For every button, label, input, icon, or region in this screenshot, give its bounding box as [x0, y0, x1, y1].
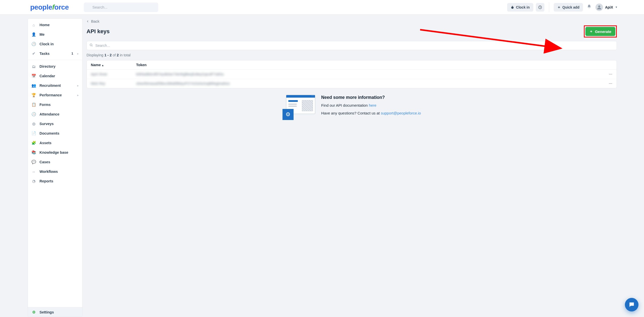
svg-point-2	[511, 6, 513, 9]
chart-icon: ◔	[31, 179, 36, 183]
doc-link[interactable]: here	[369, 103, 376, 107]
sidebar-item-forms[interactable]: 📋Forms	[28, 100, 82, 109]
result-count: Displaying 1 - 2 of 2 in total	[87, 53, 617, 57]
id-icon: 🗂	[31, 64, 36, 69]
key-name: ApiX three	[91, 72, 107, 76]
chevron-right-icon: ▸	[77, 84, 79, 87]
page-title: API keys	[87, 28, 110, 35]
book-icon: 📚	[31, 150, 36, 155]
sidebar-item-tasks[interactable]: ✔Tasks1▸	[28, 49, 82, 58]
top-search-input[interactable]	[84, 3, 158, 12]
user-name: ApiX	[605, 5, 613, 9]
chevron-right-icon: ▸	[77, 52, 79, 55]
sidebar-item-calendar[interactable]: 📅Calendar	[28, 71, 82, 81]
chat-fab[interactable]	[625, 298, 638, 311]
sidebar-item-me[interactable]: 👤Me	[28, 30, 82, 39]
chevron-left-icon	[87, 20, 89, 23]
person-icon: 👤	[31, 32, 36, 37]
page-search-wrap	[87, 41, 617, 50]
clockin-button[interactable]: Clock in	[507, 3, 533, 12]
sidebar-item-label: Attendance	[39, 112, 79, 116]
sidebar-item-documents[interactable]: 📄Documents	[28, 129, 82, 138]
row-actions-button[interactable]: ⋯	[601, 70, 617, 79]
svg-rect-3	[512, 6, 513, 6]
row-actions-button[interactable]: ⋯	[601, 79, 617, 88]
sort-asc-icon: ▲	[102, 64, 104, 67]
generate-label: Generate	[595, 29, 611, 34]
logo-part2: f	[52, 3, 54, 11]
sidebar-item-label: Cases	[39, 160, 79, 164]
assets-icon: 🧩	[31, 141, 36, 145]
sidebar-item-knowledge-base[interactable]: 📚Knowledge base	[28, 148, 82, 157]
search-icon	[90, 44, 93, 48]
gear-icon: ⚙	[283, 109, 294, 120]
topbar: peopleforce Clock in Quick add ApiX ▼	[0, 0, 644, 15]
sidebar: ⌂Home👤Me🕒Clock in✔Tasks1▸ 🗂Directory📅Cal…	[28, 18, 83, 317]
table-row: Mick Reys0wof3miasa0f3bsv30kd0f84yzP2Y41…	[87, 79, 617, 88]
caret-down-icon: ▼	[615, 6, 618, 9]
page-search-input[interactable]	[87, 41, 617, 50]
sidebar-item-label: Me	[39, 32, 79, 36]
sidebar-item-label: Assets	[39, 141, 79, 145]
sidebar-item-recruitment[interactable]: 👥Recruitment▸	[28, 81, 82, 90]
info-line2-prefix: Have any questions? Contact us at	[321, 111, 381, 115]
main-content: Back API keys Generate Displaying 1 - 2 …	[83, 15, 644, 317]
info-illustration: ⚙	[283, 95, 315, 120]
stopwatch-icon	[511, 6, 514, 9]
top-divider	[549, 2, 549, 12]
user-menu[interactable]: ApiX ▼	[595, 4, 618, 11]
workflow-icon: ↔	[31, 170, 36, 174]
home-icon: ⌂	[31, 23, 36, 27]
sidebar-item-performance[interactable]: 🏆Performance▸	[28, 90, 82, 100]
col-header-name[interactable]: Name▲	[87, 60, 132, 70]
quick-add-button[interactable]: Quick add	[554, 3, 583, 12]
sidebar-item-home[interactable]: ⌂Home	[28, 20, 82, 30]
sidebar-item-assets[interactable]: 🧩Assets	[28, 138, 82, 148]
logo[interactable]: peopleforce	[30, 3, 69, 11]
sidebar-item-clock-in[interactable]: 🕒Clock in	[28, 39, 82, 49]
info-heading: Need some more information?	[321, 95, 421, 100]
support-email-link[interactable]: support@peopleforce.io	[381, 111, 421, 115]
sidebar-item-workflows[interactable]: ↔Workflows	[28, 167, 82, 176]
sidebar-item-label: Forms	[39, 103, 79, 107]
chat-icon	[628, 301, 635, 308]
badge-count: 1	[71, 52, 73, 55]
recent-button[interactable]	[536, 3, 544, 12]
sidebar-item-settings[interactable]: ⚙ Settings	[28, 307, 82, 317]
clock-icon	[538, 5, 542, 9]
sidebar-item-label: Surveys	[39, 122, 79, 126]
logo-part3: orce	[54, 3, 69, 11]
col-header-token[interactable]: Token	[132, 60, 601, 70]
sidebar-item-surveys[interactable]: ◎Surveys	[28, 119, 82, 129]
quick-add-label: Quick add	[562, 5, 580, 9]
sidebar-item-label: Performance	[39, 93, 74, 97]
chevron-right-icon: ▸	[77, 94, 79, 97]
info-panel: ⚙ Need some more information? Find our A…	[87, 95, 617, 120]
sidebar-item-directory[interactable]: 🗂Directory	[28, 62, 82, 71]
generate-button[interactable]: Generate	[585, 27, 615, 36]
sidebar-item-attendance[interactable]: 🕓Attendance	[28, 109, 82, 119]
back-link[interactable]: Back	[87, 19, 99, 23]
clockin-label: Clock in	[516, 5, 530, 9]
bell-icon[interactable]	[585, 4, 593, 10]
sidebar-item-label: Directory	[39, 64, 79, 68]
key-name: Mick Rey	[91, 82, 105, 86]
info-line1-prefix: Find our API documentation	[321, 103, 369, 107]
back-label: Back	[91, 19, 99, 23]
sidebar-item-cases[interactable]: 💬Cases	[28, 157, 82, 167]
sidebar-item-label: Workflows	[39, 170, 79, 174]
cases-icon: 💬	[31, 160, 36, 164]
clock2-icon: 🕓	[31, 112, 36, 116]
key-token: s0wof3miasa0f3bsv30kd0f84yzP2Y410z0s2sq8…	[136, 82, 230, 86]
plus-icon	[589, 30, 593, 33]
plus-icon	[557, 6, 561, 9]
svg-line-11	[92, 46, 93, 46]
clipboard-icon: 📋	[31, 102, 36, 107]
sidebar-item-label: Knowledge base	[39, 150, 79, 154]
clock-icon: 🕒	[31, 42, 36, 46]
sidebar-item-label: Recruitment	[39, 84, 74, 88]
people-icon: 👥	[31, 83, 36, 88]
sidebar-item-reports[interactable]: ◔Reports	[28, 176, 82, 186]
doc-icon: 📄	[31, 131, 36, 136]
trophy-icon: 🏆	[31, 93, 36, 97]
